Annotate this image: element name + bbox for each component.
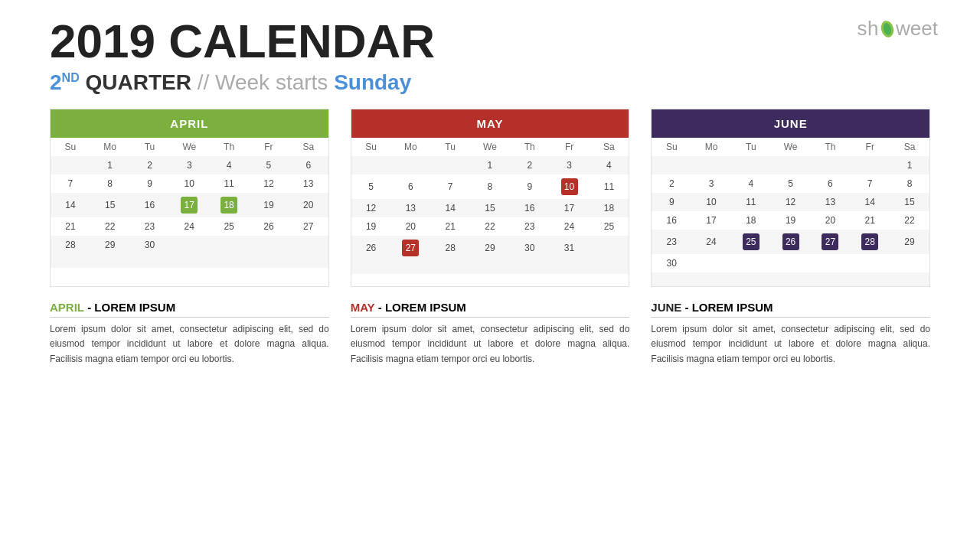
june-footer bbox=[652, 272, 929, 286]
may-th-th: Th bbox=[510, 138, 550, 156]
may-footer bbox=[351, 260, 629, 274]
info-grid: APRIL - LOREM IPSUM Lorem ipsum dolor si… bbox=[50, 301, 930, 367]
calendar-day bbox=[691, 156, 731, 174]
calendar-day: 26 bbox=[351, 236, 391, 260]
calendar-day: 28 bbox=[430, 236, 470, 260]
calendar-day: 15 bbox=[90, 193, 130, 217]
calendar-day: 26 bbox=[249, 217, 289, 236]
brand-weet: weet bbox=[896, 17, 938, 41]
june-th-tu: Tu bbox=[731, 138, 771, 156]
calendar-day: 29 bbox=[890, 230, 929, 254]
calendar-day: 26 bbox=[771, 230, 811, 254]
calendar-day: 3 bbox=[691, 174, 731, 193]
april-th-tu: Tu bbox=[130, 138, 170, 156]
june-th-we: We bbox=[771, 138, 811, 156]
april-th-sa: Sa bbox=[289, 138, 328, 156]
calendar-day: 28 bbox=[51, 236, 90, 254]
calendar-day: 19 bbox=[249, 193, 289, 217]
june-th-su: Su bbox=[652, 138, 691, 156]
calendar-day: 19 bbox=[351, 217, 391, 236]
calendar-day bbox=[289, 236, 328, 254]
calendar-day: 31 bbox=[550, 236, 590, 260]
subtitle-quarter: QUARTER bbox=[85, 70, 197, 94]
calendar-day: 16 bbox=[510, 199, 550, 217]
calendar-day: 25 bbox=[209, 217, 249, 236]
june-info-colored: JUNE bbox=[651, 301, 681, 314]
calendar-day: 23 bbox=[510, 217, 550, 236]
calendar-day: 29 bbox=[470, 236, 510, 260]
brand-sh: sh bbox=[858, 17, 879, 41]
calendar-day bbox=[51, 156, 90, 174]
calendar-day: 9 bbox=[510, 174, 550, 199]
calendar-day: 30 bbox=[130, 236, 170, 254]
calendar-day: 18 bbox=[731, 211, 771, 230]
calendar-day: 14 bbox=[51, 193, 90, 217]
calendar-day: 30 bbox=[652, 254, 691, 272]
june-table: Su Mo Tu We Th Fr Sa 1234567891011121314… bbox=[652, 138, 929, 272]
calendar-day: 12 bbox=[249, 174, 289, 193]
calendar-day: 12 bbox=[351, 199, 391, 217]
calendar-day: 20 bbox=[811, 211, 851, 230]
june-th-fr: Fr bbox=[850, 138, 890, 156]
april-th-we: We bbox=[169, 138, 209, 156]
may-header: MAY bbox=[351, 109, 629, 138]
june-th-mo: Mo bbox=[691, 138, 731, 156]
april-header: APRIL bbox=[51, 109, 328, 138]
june-info-title: JUNE - LOREM IPSUM bbox=[651, 301, 930, 318]
april-th-fr: Fr bbox=[249, 138, 289, 156]
calendar-day: 1 bbox=[470, 156, 510, 174]
calendar-day: 10 bbox=[691, 193, 731, 211]
calendar-day: 1 bbox=[90, 156, 130, 174]
calendar-day bbox=[390, 156, 430, 174]
calendar-day: 10 bbox=[169, 174, 209, 193]
calendar-day: 24 bbox=[169, 217, 209, 236]
april-th-th: Th bbox=[209, 138, 249, 156]
calendar-day: 23 bbox=[652, 230, 691, 254]
calendar-day: 12 bbox=[771, 193, 811, 211]
page-container: sh weet 2019 CALENDAR 2ND QUARTER // Wee… bbox=[0, 0, 980, 551]
calendar-day bbox=[850, 254, 890, 272]
april-info-colored: APRIL bbox=[50, 301, 84, 314]
april-info-body: Lorem ipsum dolor sit amet, consectetur … bbox=[50, 322, 329, 367]
april-th-su: Su bbox=[51, 138, 90, 156]
calendar-day: 2 bbox=[130, 156, 170, 174]
june-info-body: Lorem ipsum dolor sit amet, consectetur … bbox=[651, 322, 930, 367]
calendar-day: 7 bbox=[430, 174, 470, 199]
calendar-day: 30 bbox=[510, 236, 550, 260]
quarter-num: 2ND bbox=[50, 70, 80, 94]
calendar-day: 21 bbox=[430, 217, 470, 236]
calendar-day: 17 bbox=[691, 211, 731, 230]
calendar-day: 22 bbox=[890, 211, 929, 230]
calendar-day: 6 bbox=[289, 156, 328, 174]
calendar-day bbox=[731, 254, 771, 272]
calendar-day: 29 bbox=[90, 236, 130, 254]
calendar-day: 4 bbox=[589, 156, 629, 174]
may-th-fr: Fr bbox=[550, 138, 590, 156]
may-info-title: MAY - LOREM IPSUM bbox=[351, 301, 630, 318]
calendar-day bbox=[771, 156, 811, 174]
calendar-day: 20 bbox=[289, 193, 328, 217]
calendar-day bbox=[169, 236, 209, 254]
calendar-day: 17 bbox=[169, 193, 209, 217]
calendar-day: 16 bbox=[130, 193, 170, 217]
calendar-day: 27 bbox=[390, 236, 430, 260]
calendar-day bbox=[691, 254, 731, 272]
calendar-day bbox=[652, 156, 691, 174]
subtitle: 2ND QUARTER // Week starts Sunday bbox=[50, 70, 930, 95]
calendar-day: 28 bbox=[850, 230, 890, 254]
calendar-day: 14 bbox=[850, 193, 890, 211]
subtitle-sunday: Sunday bbox=[334, 70, 411, 94]
calendar-day bbox=[589, 236, 629, 260]
may-th-we: We bbox=[470, 138, 510, 156]
may-table: Su Mo Tu We Th Fr Sa 1234567891011121314… bbox=[351, 138, 629, 260]
may-info-body: Lorem ipsum dolor sit amet, consectetur … bbox=[351, 322, 630, 367]
calendar-day: 11 bbox=[589, 174, 629, 199]
calendar-day bbox=[811, 254, 851, 272]
calendar-day: 21 bbox=[51, 217, 90, 236]
calendar-day: 18 bbox=[589, 199, 629, 217]
calendar-day: 19 bbox=[771, 211, 811, 230]
june-th-th: Th bbox=[811, 138, 851, 156]
june-info: JUNE - LOREM IPSUM Lorem ipsum dolor sit… bbox=[651, 301, 930, 367]
april-footer bbox=[51, 254, 328, 268]
june-header: JUNE bbox=[652, 109, 929, 138]
